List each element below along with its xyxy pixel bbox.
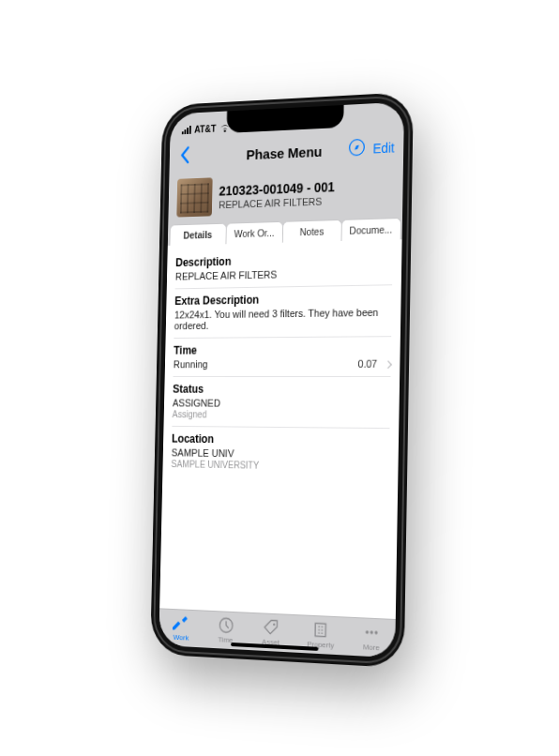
svg-rect-3 [315,624,325,637]
tabbar-work-label: Work [173,633,189,643]
wrench-icon [172,613,190,633]
back-button[interactable] [177,145,191,168]
compass-icon[interactable] [348,138,366,161]
chevron-right-icon [385,360,392,369]
extra-description-label: Extra Description [174,291,392,307]
record-header: 210323-001049 - 001 REPLACE AIR FILTERS [168,164,403,224]
svg-point-4 [366,630,369,634]
tabbar-more-label: More [363,643,380,652]
tabbar-property[interactable]: Property [307,620,334,650]
phone-mockup: AT&T 9:18 PM Phase Menu Edit [150,92,414,668]
building-icon [310,620,330,640]
screen: AT&T 9:18 PM Phase Menu Edit [159,102,404,658]
tab-notes[interactable]: Notes [282,219,342,243]
tab-work-order[interactable]: Work Or... [225,221,283,244]
time-value: Running [174,358,208,370]
section-description: Description REPLACE AIR FILTERS [175,246,393,290]
status-value: ASSIGNED [173,398,390,410]
clock-icon [216,615,235,635]
phone-body: AT&T 9:18 PM Phase Menu Edit [150,92,414,668]
extra-description-value: 12x24x1. You will need 3 filters. They h… [174,307,392,332]
svg-point-5 [370,630,372,634]
carrier-label: AT&T [194,123,216,134]
details-panel: Description REPLACE AIR FILTERS Extra De… [159,239,401,619]
record-header-text: 210323-001049 - 001 REPLACE AIR FILTERS [219,176,394,210]
time-right-value: 0.07 [357,358,377,370]
svg-point-2 [273,624,275,626]
section-extra-description: Extra Description 12x24x1. You will need… [174,285,392,339]
tabbar-work[interactable]: Work [172,613,190,643]
section-time[interactable]: Time Running 0.07 [174,337,392,377]
tab-documents[interactable]: Docume... [340,218,401,241]
tabbar-asset[interactable]: Asset [261,617,280,646]
status-subvalue: Assigned [173,409,390,421]
location-subvalue: SAMPLE UNIVERSITY [171,459,389,473]
time-label: Time [174,342,391,356]
signal-icon [182,126,191,134]
svg-point-6 [374,631,377,635]
status-right [355,119,391,121]
tag-icon [262,617,281,637]
more-icon [361,622,382,643]
status-left: AT&T [182,122,231,134]
location-label: Location [172,432,389,448]
tabbar-more[interactable]: More [361,622,382,652]
edit-button[interactable]: Edit [372,140,394,156]
thumbnail-image[interactable] [176,177,212,217]
section-location[interactable]: Location SAMPLE UNIV SAMPLE UNIVERSITY [171,427,389,480]
tab-details[interactable]: Details [170,223,227,246]
description-value: REPLACE AIR FILTERS [175,266,393,282]
status-label: Status [173,383,390,397]
section-status[interactable]: Status ASSIGNED Assigned [172,377,390,429]
tabbar-time[interactable]: Time [216,615,235,644]
